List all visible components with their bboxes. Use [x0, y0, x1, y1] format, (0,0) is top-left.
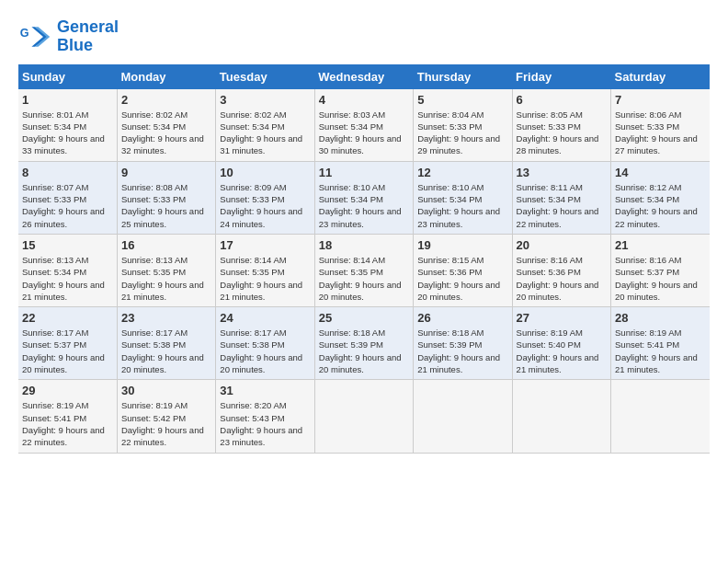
- logo-text: General Blue: [57, 18, 119, 55]
- sunrise-label: Sunrise: 8:01 AM: [22, 109, 88, 120]
- daylight-label: Daylight: 9 hours and 33 minutes.: [22, 133, 105, 155]
- day-info: Sunrise: 8:04 AM Sunset: 5:33 PM Dayligh…: [417, 109, 507, 157]
- sunrise-label: Sunrise: 8:17 AM: [22, 327, 88, 338]
- sunrise-label: Sunrise: 8:17 AM: [220, 327, 286, 338]
- day-info: Sunrise: 8:13 AM Sunset: 5:35 PM Dayligh…: [121, 254, 211, 303]
- calendar-cell: 5 Sunrise: 8:04 AM Sunset: 5:33 PM Dayli…: [414, 89, 512, 162]
- calendar-cell: 2 Sunrise: 8:02 AM Sunset: 5:34 PM Dayli…: [117, 89, 215, 162]
- calendar-week-row: 15 Sunrise: 8:13 AM Sunset: 5:34 PM Dayl…: [18, 234, 710, 306]
- sunset-label: Sunset: 5:34 PM: [517, 194, 581, 204]
- weekday-header: Wednesday: [314, 64, 413, 89]
- sunrise-label: Sunrise: 8:08 AM: [121, 182, 188, 192]
- daylight-label: Daylight: 9 hours and 23 minutes.: [220, 425, 302, 447]
- daylight-label: Daylight: 9 hours and 20 minutes.: [220, 352, 302, 374]
- day-number: 3: [220, 93, 310, 107]
- daylight-label: Daylight: 9 hours and 20 minutes.: [121, 352, 204, 374]
- sunset-label: Sunset: 5:34 PM: [22, 267, 86, 277]
- calendar-cell: 13 Sunrise: 8:11 AM Sunset: 5:34 PM Dayl…: [512, 161, 610, 234]
- daylight-label: Daylight: 9 hours and 31 minutes.: [220, 133, 302, 155]
- day-info: Sunrise: 8:17 AM Sunset: 5:38 PM Dayligh…: [220, 327, 310, 375]
- sunrise-label: Sunrise: 8:14 AM: [220, 255, 286, 265]
- day-number: 19: [417, 238, 507, 252]
- day-number: 27: [517, 311, 607, 325]
- day-number: 5: [417, 93, 507, 107]
- calendar-cell: 26 Sunrise: 8:18 AM Sunset: 5:39 PM Dayl…: [414, 307, 512, 380]
- calendar-cell: 24 Sunrise: 8:17 AM Sunset: 5:38 PM Dayl…: [216, 307, 314, 380]
- day-number: 13: [517, 166, 607, 179]
- sunset-label: Sunset: 5:34 PM: [121, 121, 186, 132]
- day-info: Sunrise: 8:20 AM Sunset: 5:43 PM Dayligh…: [220, 399, 310, 448]
- day-info: Sunrise: 8:19 AM Sunset: 5:42 PM Dayligh…: [121, 399, 211, 448]
- daylight-label: Daylight: 9 hours and 20 minutes.: [319, 280, 402, 302]
- daylight-label: Daylight: 9 hours and 21 minutes.: [417, 352, 500, 374]
- sunset-label: Sunset: 5:39 PM: [319, 339, 383, 350]
- sunset-label: Sunset: 5:35 PM: [121, 267, 186, 277]
- sunrise-label: Sunrise: 8:17 AM: [121, 327, 188, 338]
- calendar-cell: 21 Sunrise: 8:16 AM Sunset: 5:37 PM Dayl…: [611, 234, 710, 306]
- calendar-cell: 9 Sunrise: 8:08 AM Sunset: 5:33 PM Dayli…: [117, 161, 215, 234]
- day-number: 9: [121, 166, 211, 179]
- day-number: 25: [319, 311, 409, 325]
- daylight-label: Daylight: 9 hours and 23 minutes.: [319, 206, 402, 228]
- sunset-label: Sunset: 5:34 PM: [220, 121, 284, 132]
- day-number: 28: [615, 311, 706, 325]
- calendar-cell: 14 Sunrise: 8:12 AM Sunset: 5:34 PM Dayl…: [611, 161, 710, 234]
- calendar-week-row: 8 Sunrise: 8:07 AM Sunset: 5:33 PM Dayli…: [18, 161, 710, 234]
- daylight-label: Daylight: 9 hours and 29 minutes.: [417, 133, 500, 155]
- day-info: Sunrise: 8:13 AM Sunset: 5:34 PM Dayligh…: [22, 254, 113, 303]
- calendar-cell: 11 Sunrise: 8:10 AM Sunset: 5:34 PM Dayl…: [314, 161, 413, 234]
- day-info: Sunrise: 8:19 AM Sunset: 5:41 PM Dayligh…: [615, 327, 706, 375]
- day-info: Sunrise: 8:15 AM Sunset: 5:36 PM Dayligh…: [417, 254, 507, 303]
- sunset-label: Sunset: 5:34 PM: [417, 194, 482, 204]
- calendar-cell: 7 Sunrise: 8:06 AM Sunset: 5:33 PM Dayli…: [611, 89, 710, 162]
- sunrise-label: Sunrise: 8:16 AM: [517, 255, 583, 265]
- sunrise-label: Sunrise: 8:11 AM: [517, 182, 583, 192]
- sunset-label: Sunset: 5:36 PM: [517, 267, 581, 277]
- day-info: Sunrise: 8:11 AM Sunset: 5:34 PM Dayligh…: [517, 181, 607, 230]
- svg-text:G: G: [20, 27, 29, 40]
- day-number: 20: [517, 238, 607, 252]
- sunrise-label: Sunrise: 8:04 AM: [417, 109, 483, 120]
- calendar-cell: 22 Sunrise: 8:17 AM Sunset: 5:37 PM Dayl…: [18, 307, 117, 380]
- daylight-label: Daylight: 9 hours and 27 minutes.: [615, 133, 698, 155]
- sunrise-label: Sunrise: 8:10 AM: [417, 182, 483, 192]
- day-info: Sunrise: 8:14 AM Sunset: 5:35 PM Dayligh…: [319, 254, 409, 303]
- day-info: Sunrise: 8:18 AM Sunset: 5:39 PM Dayligh…: [417, 327, 507, 375]
- calendar-cell: 17 Sunrise: 8:14 AM Sunset: 5:35 PM Dayl…: [216, 234, 314, 306]
- day-info: Sunrise: 8:10 AM Sunset: 5:34 PM Dayligh…: [417, 181, 507, 230]
- day-number: 14: [615, 166, 706, 179]
- daylight-label: Daylight: 9 hours and 30 minutes.: [319, 133, 402, 155]
- daylight-label: Daylight: 9 hours and 23 minutes.: [417, 206, 500, 228]
- calendar-cell: 29 Sunrise: 8:19 AM Sunset: 5:41 PM Dayl…: [18, 380, 117, 453]
- sunset-label: Sunset: 5:33 PM: [220, 194, 284, 204]
- sunrise-label: Sunrise: 8:12 AM: [615, 182, 681, 192]
- calendar-cell: 23 Sunrise: 8:17 AM Sunset: 5:38 PM Dayl…: [117, 307, 215, 380]
- calendar-cell: [611, 380, 710, 453]
- sunrise-label: Sunrise: 8:19 AM: [121, 400, 188, 410]
- sunset-label: Sunset: 5:34 PM: [319, 194, 383, 204]
- day-info: Sunrise: 8:08 AM Sunset: 5:33 PM Dayligh…: [121, 181, 211, 230]
- sunrise-label: Sunrise: 8:14 AM: [319, 255, 385, 265]
- daylight-label: Daylight: 9 hours and 21 minutes.: [121, 280, 204, 302]
- calendar-cell: 12 Sunrise: 8:10 AM Sunset: 5:34 PM Dayl…: [414, 161, 512, 234]
- day-number: 7: [615, 93, 706, 107]
- day-number: 22: [22, 311, 113, 325]
- calendar-cell: 1 Sunrise: 8:01 AM Sunset: 5:34 PM Dayli…: [18, 89, 117, 162]
- calendar-week-row: 29 Sunrise: 8:19 AM Sunset: 5:41 PM Dayl…: [18, 380, 710, 453]
- sunset-label: Sunset: 5:43 PM: [220, 413, 284, 423]
- day-number: 2: [121, 93, 211, 107]
- calendar-cell: 3 Sunrise: 8:02 AM Sunset: 5:34 PM Dayli…: [216, 89, 314, 162]
- day-number: 17: [220, 238, 310, 252]
- calendar-cell: 20 Sunrise: 8:16 AM Sunset: 5:36 PM Dayl…: [512, 234, 610, 306]
- day-info: Sunrise: 8:17 AM Sunset: 5:37 PM Dayligh…: [22, 327, 113, 375]
- sunrise-label: Sunrise: 8:09 AM: [220, 182, 286, 192]
- sunset-label: Sunset: 5:33 PM: [121, 194, 186, 204]
- day-number: 4: [319, 93, 409, 107]
- sunset-label: Sunset: 5:35 PM: [220, 267, 284, 277]
- sunset-label: Sunset: 5:40 PM: [517, 339, 581, 350]
- logo-general: General: [57, 17, 119, 36]
- weekday-header: Monday: [117, 64, 215, 89]
- calendar-cell: 18 Sunrise: 8:14 AM Sunset: 5:35 PM Dayl…: [314, 234, 413, 306]
- sunrise-label: Sunrise: 8:02 AM: [121, 109, 188, 120]
- daylight-label: Daylight: 9 hours and 24 minutes.: [220, 206, 302, 228]
